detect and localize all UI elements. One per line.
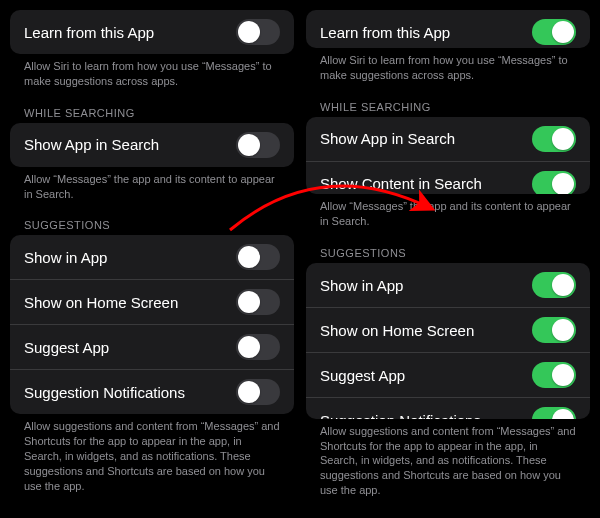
- show-in-app-toggle[interactable]: [532, 272, 576, 298]
- suggest-app-row[interactable]: Suggest App: [10, 324, 294, 369]
- learn-from-app-toggle[interactable]: [532, 19, 576, 45]
- suggestion-notifications-row[interactable]: Suggestion Notifications: [10, 369, 294, 414]
- search-footer: Allow “Messages” the app and its content…: [10, 167, 294, 212]
- show-in-app-label: Show in App: [320, 277, 403, 294]
- show-on-home-label: Show on Home Screen: [320, 322, 474, 339]
- learn-from-app-label: Learn from this App: [320, 24, 450, 41]
- search-group: Show App in Search Show Content in Searc…: [306, 117, 590, 194]
- learn-from-app-row[interactable]: Learn from this App: [306, 10, 590, 48]
- suggestion-notifications-row[interactable]: Suggestion Notifications: [306, 397, 590, 419]
- show-in-app-toggle[interactable]: [236, 244, 280, 270]
- show-on-home-toggle[interactable]: [532, 317, 576, 343]
- learn-group: Learn from this App: [10, 10, 294, 54]
- suggest-app-label: Suggest App: [24, 339, 109, 356]
- search-footer: Allow “Messages” the app and its content…: [306, 194, 590, 239]
- suggestions-footer: Allow suggestions and content from “Mess…: [10, 414, 294, 503]
- show-app-in-search-label: Show App in Search: [320, 130, 455, 147]
- show-app-in-search-toggle[interactable]: [532, 126, 576, 152]
- suggestion-notifications-toggle[interactable]: [236, 379, 280, 405]
- show-on-home-label: Show on Home Screen: [24, 294, 178, 311]
- show-app-in-search-toggle[interactable]: [236, 132, 280, 158]
- show-app-in-search-row[interactable]: Show App in Search: [306, 117, 590, 161]
- while-searching-header: WHILE SEARCHING: [10, 99, 294, 123]
- learn-footer: Allow Siri to learn from how you use “Me…: [10, 54, 294, 99]
- show-on-home-row[interactable]: Show on Home Screen: [306, 307, 590, 352]
- learn-from-app-label: Learn from this App: [24, 24, 154, 41]
- suggestions-header: SUGGESTIONS: [10, 211, 294, 235]
- suggestions-footer: Allow suggestions and content from “Mess…: [306, 419, 590, 508]
- learn-from-app-row[interactable]: Learn from this App: [10, 10, 294, 54]
- suggest-app-toggle[interactable]: [532, 362, 576, 388]
- suggestions-group: Show in App Show on Home Screen Suggest …: [306, 263, 590, 419]
- suggestions-header: SUGGESTIONS: [306, 239, 590, 263]
- show-app-in-search-row[interactable]: Show App in Search: [10, 123, 294, 167]
- suggestion-notifications-toggle[interactable]: [532, 407, 576, 419]
- show-on-home-toggle[interactable]: [236, 289, 280, 315]
- search-group: Show App in Search: [10, 123, 294, 167]
- settings-panel-left: Learn from this App Allow Siri to learn …: [10, 10, 294, 508]
- show-in-app-label: Show in App: [24, 249, 107, 266]
- show-content-in-search-toggle[interactable]: [532, 171, 576, 194]
- suggest-app-row[interactable]: Suggest App: [306, 352, 590, 397]
- suggestion-notifications-label: Suggestion Notifications: [24, 384, 185, 401]
- suggestions-group: Show in App Show on Home Screen Suggest …: [10, 235, 294, 414]
- suggest-app-label: Suggest App: [320, 367, 405, 384]
- show-content-in-search-label: Show Content in Search: [320, 175, 482, 192]
- settings-panel-right: Learn from this App Allow Siri to learn …: [306, 10, 590, 508]
- suggest-app-toggle[interactable]: [236, 334, 280, 360]
- show-on-home-row[interactable]: Show on Home Screen: [10, 279, 294, 324]
- learn-footer: Allow Siri to learn from how you use “Me…: [306, 48, 590, 93]
- show-app-in-search-label: Show App in Search: [24, 136, 159, 153]
- suggestion-notifications-label: Suggestion Notifications: [320, 412, 481, 419]
- while-searching-header: WHILE SEARCHING: [306, 93, 590, 117]
- show-in-app-row[interactable]: Show in App: [306, 263, 590, 307]
- learn-group: Learn from this App: [306, 10, 590, 48]
- learn-from-app-toggle[interactable]: [236, 19, 280, 45]
- show-in-app-row[interactable]: Show in App: [10, 235, 294, 279]
- show-content-in-search-row[interactable]: Show Content in Search: [306, 161, 590, 194]
